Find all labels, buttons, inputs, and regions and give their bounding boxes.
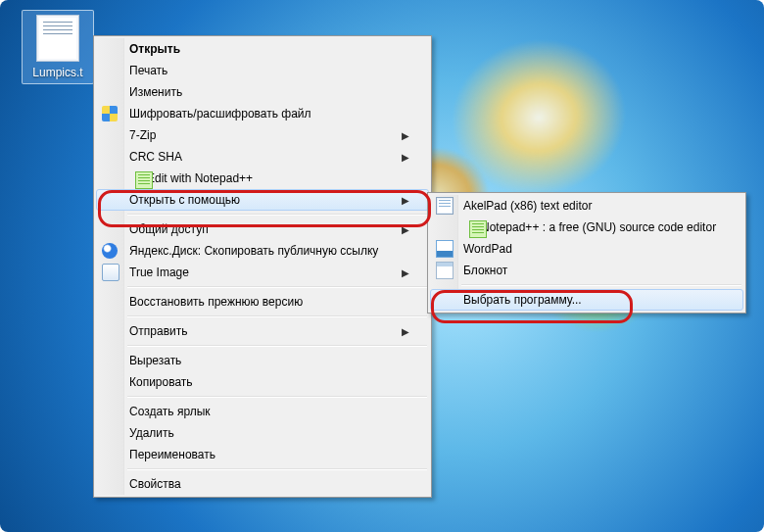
menu-separator [461, 284, 741, 286]
submenu-item-notepad[interactable]: Блокнот [430, 260, 743, 281]
menu-item-label: Открыть с помощью [129, 193, 402, 207]
menu-separator [127, 345, 427, 347]
submenu-item-wordpad[interactable]: WordPad [430, 238, 743, 260]
menu-separator [127, 396, 427, 398]
notepadpp-icon [469, 220, 487, 238]
yandex-disk-icon [102, 243, 118, 259]
menu-item-label: Восстановить прежнюю версию [129, 295, 409, 309]
menu-item-7zip[interactable]: 7-Zip▶ [96, 124, 429, 146]
menu-item-label: Изменить [129, 85, 409, 99]
menu-item-label: True Image [129, 266, 402, 279]
menu-item-encrypt[interactable]: Шифровать/расшифровать файл [96, 103, 429, 124]
submenu-arrow-icon: ▶ [402, 267, 409, 278]
menu-item-label: Копировать [129, 375, 409, 389]
text-editor-icon [436, 197, 454, 215]
menu-item-edit-notepadpp[interactable]: Edit with Notepad++ [96, 168, 429, 189]
wordpad-icon [436, 240, 454, 258]
menu-item-create-shortcut[interactable]: Создать ярлык [96, 401, 429, 422]
true-image-icon [102, 264, 119, 281]
menu-item-open[interactable]: Открыть [96, 38, 429, 60]
submenu-arrow-icon: ▶ [402, 152, 409, 163]
menu-item-crc-sha[interactable]: CRC SHA▶ [96, 146, 429, 168]
submenu-item-choose-program[interactable]: Выбрать программу... [430, 289, 743, 311]
menu-item-label: Выбрать программу... [463, 293, 724, 307]
submenu-arrow-icon: ▶ [402, 326, 409, 337]
menu-item-send-to[interactable]: Отправить▶ [96, 320, 429, 342]
menu-item-delete[interactable]: Удалить [96, 422, 429, 444]
desktop-file-label: Lumpics.t [24, 66, 91, 79]
open-with-submenu: AkelPad (x86) text editor Notepad++ : a … [427, 192, 746, 314]
menu-item-label: Отправить [129, 324, 402, 338]
notepad-icon [436, 262, 454, 279]
menu-item-cut[interactable]: Вырезать [96, 350, 429, 371]
submenu-arrow-icon: ▶ [402, 130, 409, 141]
menu-separator [127, 286, 427, 288]
submenu-arrow-icon: ▶ [402, 195, 409, 206]
desktop[interactable]: Lumpics.t Открыть Печать Изменить Шифров… [0, 0, 764, 532]
menu-item-label: Edit with Notepad++ [147, 171, 409, 185]
submenu-arrow-icon: ▶ [402, 224, 409, 235]
menu-item-label: WordPad [463, 242, 724, 256]
menu-item-print[interactable]: Печать [96, 60, 429, 81]
menu-item-label: Открыть [129, 42, 409, 56]
menu-item-copy[interactable]: Копировать [96, 371, 429, 393]
menu-item-label: Яндекс.Диск: Скопировать публичную ссылк… [129, 244, 409, 258]
menu-separator [127, 214, 427, 216]
notepadpp-icon [135, 171, 153, 189]
context-menu: Открыть Печать Изменить Шифровать/расшиф… [93, 35, 432, 498]
submenu-item-akelpad[interactable]: AkelPad (x86) text editor [430, 195, 743, 217]
menu-item-open-with[interactable]: Открыть с помощью▶ [96, 189, 429, 211]
menu-item-properties[interactable]: Свойства [96, 473, 429, 495]
desktop-file-icon[interactable]: Lumpics.t [22, 10, 94, 84]
text-file-icon [36, 15, 79, 62]
menu-item-label: AkelPad (x86) text editor [463, 199, 724, 213]
menu-item-label: Удалить [129, 426, 409, 440]
menu-item-label: Печать [129, 64, 409, 77]
menu-item-label: Блокнот [463, 264, 724, 277]
menu-item-label: Свойства [129, 477, 409, 491]
menu-item-rename[interactable]: Переименовать [96, 444, 429, 465]
menu-item-label: 7-Zip [129, 128, 402, 142]
menu-item-true-image[interactable]: True Image▶ [96, 262, 429, 283]
menu-item-label: Notepad++ : a free (GNU) source code edi… [481, 220, 724, 234]
menu-item-label: Вырезать [129, 354, 409, 367]
menu-item-edit[interactable]: Изменить [96, 81, 429, 103]
menu-item-share[interactable]: Общий доступ▶ [96, 218, 429, 240]
submenu-item-notepadpp[interactable]: Notepad++ : a free (GNU) source code edi… [430, 217, 743, 238]
menu-item-label: CRC SHA [129, 150, 402, 164]
menu-item-yandex-disk[interactable]: Яндекс.Диск: Скопировать публичную ссылк… [96, 240, 429, 262]
menu-item-label: Создать ярлык [129, 405, 409, 418]
menu-item-label: Шифровать/расшифровать файл [129, 107, 409, 121]
menu-separator [127, 315, 427, 317]
menu-item-restore-version[interactable]: Восстановить прежнюю версию [96, 291, 429, 313]
menu-separator [127, 468, 427, 470]
menu-item-label: Общий доступ [129, 222, 402, 236]
menu-item-label: Переименовать [129, 448, 409, 461]
shield-icon [102, 106, 118, 121]
